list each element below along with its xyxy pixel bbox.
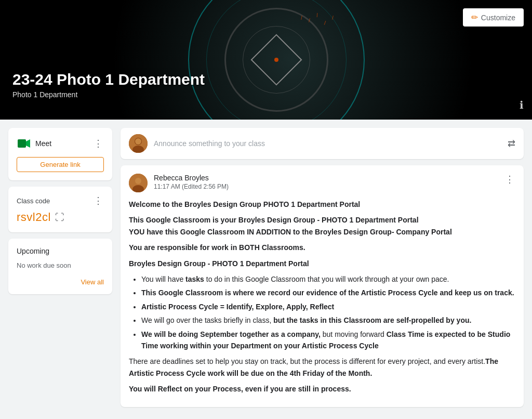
post-bullet-list: You will have tasks to do in this Google… — [141, 273, 515, 351]
upcoming-title: Upcoming — [17, 247, 104, 255]
sidebar: Meet ⋮ Generate link Class code ⋮ rsvl2c… — [8, 128, 112, 407]
svg-point-6 — [135, 138, 141, 145]
meet-label: Meet — [35, 139, 51, 148]
share-icon[interactable]: ⇄ — [508, 138, 515, 149]
post-closing: There are deadlines set to help you stay… — [129, 356, 515, 379]
bullet-5: We will be doing September together as a… — [141, 329, 515, 352]
no-work-text: No work due soon — [17, 261, 104, 269]
upcoming-card: Upcoming No work due soon View all — [8, 239, 112, 294]
banner: 23-24 Photo 1 Department Photo 1 Departm… — [0, 0, 532, 120]
post-author-info: Rebecca Broyles 11:17 AM (Edited 2:56 PM… — [154, 174, 498, 190]
bullet-1: You will have tasks to do in this Google… — [141, 273, 515, 285]
tick-marks — [0, 0, 532, 120]
post-author-avatar — [129, 174, 148, 192]
user-avatar — [129, 134, 148, 153]
class-code-card: Class code ⋮ rsvl2cl ⛶ — [8, 187, 112, 232]
generate-link-button[interactable]: Generate link — [17, 157, 104, 172]
post-paragraph-1: Welcome to the Broyles Design Group PHOT… — [129, 200, 360, 208]
class-code-value: rsvl2cl — [17, 211, 51, 224]
banner-title-block: 23-24 Photo 1 Department Photo 1 Departm… — [12, 71, 205, 99]
post-body: Welcome to the Broyles Design Group PHOT… — [129, 199, 515, 395]
class-code-label: Class code — [17, 197, 50, 205]
post-author-name: Rebecca Broyles — [154, 174, 498, 182]
main-layout: Meet ⋮ Generate link Class code ⋮ rsvl2c… — [0, 120, 532, 415]
post-options-button[interactable]: ⋮ — [504, 174, 515, 185]
main-content: Announce something to your class ⇄ Rebec… — [121, 128, 524, 407]
post-paragraph-4: Broyles Design Group - PHOTO 1 Departmen… — [129, 259, 309, 268]
announce-card: Announce something to your class ⇄ — [121, 128, 524, 159]
announce-placeholder[interactable]: Announce something to your class — [154, 139, 501, 148]
svg-point-8 — [135, 178, 141, 184]
view-all-button[interactable]: View all — [17, 278, 104, 286]
post-time: 11:17 AM (Edited 2:56 PM) — [154, 183, 498, 190]
bullet-3: Artistic Process Cycle = Identify, Explo… — [141, 301, 515, 312]
expand-icon[interactable]: ⛶ — [55, 212, 64, 223]
post-paragraph-2a: This Google Classroom is your Broyles De… — [129, 216, 419, 224]
post-closing-last: You will Reflect on your Process, even i… — [129, 385, 351, 393]
meet-options-button[interactable]: ⋮ — [92, 138, 104, 149]
meet-title-row: Meet — [17, 136, 51, 151]
svg-rect-0 — [18, 139, 26, 148]
banner-class-subtitle: Photo 1 Department — [12, 90, 205, 99]
banner-class-title: 23-24 Photo 1 Department — [12, 71, 205, 88]
bullet-2: This Google Classroom is where we record… — [141, 287, 515, 298]
meet-icon — [17, 136, 31, 151]
info-button[interactable]: ℹ — [520, 99, 524, 111]
post-header: Rebecca Broyles 11:17 AM (Edited 2:56 PM… — [129, 174, 515, 192]
pencil-icon: ✏ — [471, 12, 478, 22]
meet-card: Meet ⋮ Generate link — [8, 128, 112, 180]
bullet-4: We will go over the tasks briefly in cla… — [141, 315, 515, 326]
svg-marker-1 — [26, 139, 30, 148]
class-code-value-row: rsvl2cl ⛶ — [17, 211, 104, 224]
post-paragraph-3: You are responsible for work in BOTH Cla… — [129, 243, 305, 252]
post-paragraph-2b: YOU have this Google Classroom IN ADDITI… — [129, 228, 452, 236]
class-code-options-button[interactable]: ⋮ — [92, 195, 104, 206]
post-card: Rebecca Broyles 11:17 AM (Edited 2:56 PM… — [121, 165, 524, 407]
customize-button[interactable]: ✏ Customize — [463, 8, 524, 27]
